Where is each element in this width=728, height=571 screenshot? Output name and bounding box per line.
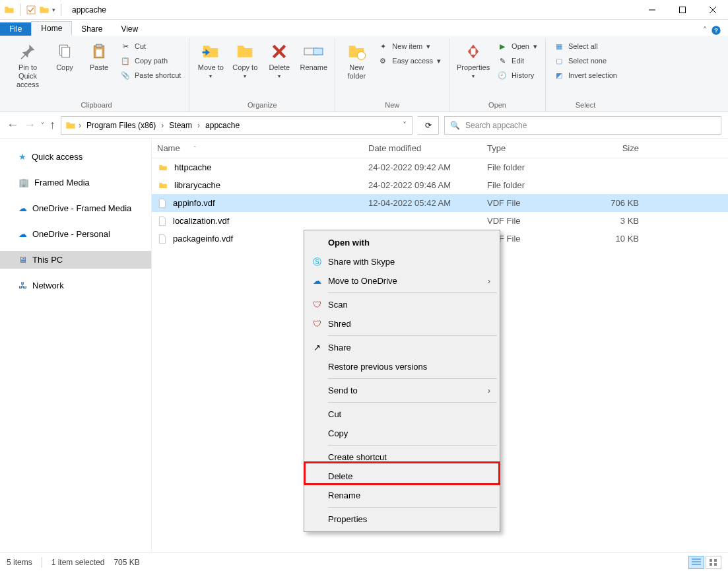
qat-dropdown-icon[interactable]: ▾ (52, 7, 55, 13)
sidebar-this-pc[interactable]: 🖥This PC (0, 251, 151, 269)
ribbon: Pin to Quick access Copy Paste ✂Cut 📋Cop… (0, 36, 728, 112)
breadcrumb-item[interactable]: appcache (203, 119, 242, 131)
tab-view[interactable]: View (112, 22, 147, 36)
paste-shortcut-button[interactable]: 📎Paste shortcut (117, 69, 183, 82)
group-label: Select (576, 99, 596, 112)
ctx-shred[interactable]: 🛡Shred (306, 314, 498, 333)
maximize-button[interactable] (667, 0, 698, 20)
collapse-ribbon-icon[interactable]: ˄ (703, 26, 707, 35)
ctx-rename[interactable]: Rename (306, 486, 498, 505)
chevron-right-icon[interactable]: › (77, 121, 83, 130)
select-none-button[interactable]: ▢Select none (551, 54, 620, 67)
up-button[interactable]: ↑ (50, 118, 55, 132)
status-item-count: 5 items (7, 558, 32, 567)
delete-button[interactable]: Delete▾ (263, 38, 295, 83)
ctx-delete[interactable]: Delete (306, 467, 498, 486)
file-row[interactable]: appinfo.vdf12-04-2022 05:42 AMVDF File70… (152, 194, 728, 212)
close-button[interactable] (698, 0, 728, 20)
properties-button[interactable]: Properties▾ (455, 38, 492, 83)
address-bar[interactable]: › Program Files (x86) › Steam › appcache… (61, 116, 413, 135)
breadcrumb-item[interactable]: Steam (166, 119, 195, 131)
back-button[interactable]: ← (7, 118, 18, 132)
rename-button[interactable]: Rename (298, 38, 329, 75)
refresh-button[interactable]: ⟳ (418, 116, 439, 135)
sidebar-framed-media[interactable]: 🏢Framed Media (0, 174, 151, 191)
ctx-scan[interactable]: 🛡Scan (306, 295, 498, 314)
copy-to-button[interactable]: Copy to▾ (229, 38, 261, 83)
breadcrumb-item[interactable]: Program Files (x86) (84, 119, 158, 131)
svg-rect-12 (471, 48, 476, 54)
shield-icon: 🛡 (311, 300, 323, 310)
new-item-icon: ✦ (378, 41, 388, 51)
tab-file[interactable]: File (0, 22, 31, 36)
copy-button[interactable]: Copy (49, 38, 81, 75)
search-input[interactable]: 🔍 Search appcache (444, 116, 721, 135)
column-date[interactable]: Date modified (368, 143, 487, 153)
shield-icon: 🛡 (311, 319, 323, 329)
file-type: VDF File (487, 216, 586, 226)
icons-view-icon (709, 558, 718, 566)
edit-button[interactable]: ✎Edit (494, 54, 540, 67)
large-icons-view-button[interactable] (706, 556, 721, 569)
open-button[interactable]: ▶Open ▾ (494, 40, 540, 53)
minimize-button[interactable] (637, 0, 667, 20)
history-button[interactable]: 🕘History (494, 69, 540, 82)
sidebar-quick-access[interactable]: ★Quick access (0, 148, 151, 166)
new-folder-button[interactable]: New folder (341, 38, 372, 83)
sidebar-onedrive-framed[interactable]: ☁OneDrive - Framed Media (0, 199, 151, 217)
search-icon: 🔍 (450, 121, 460, 130)
new-folder-icon (347, 42, 366, 61)
status-bar: 5 items 1 item selected 705 KB (0, 553, 728, 571)
tab-home[interactable]: Home (31, 21, 72, 36)
checkbox-icon[interactable] (26, 5, 36, 15)
ctx-move-onedrive[interactable]: ☁Move to OneDrive› (306, 271, 498, 290)
copy-path-button[interactable]: 📋Copy path (117, 54, 183, 67)
details-view-button[interactable] (688, 556, 704, 569)
ctx-properties[interactable]: Properties (306, 510, 498, 529)
ctx-send-to[interactable]: Send to› (306, 381, 498, 400)
select-all-button[interactable]: ▦Select all (551, 40, 620, 53)
cut-button[interactable]: ✂Cut (117, 40, 183, 53)
pin-quick-access-button[interactable]: Pin to Quick access (9, 38, 46, 92)
chevron-right-icon[interactable]: › (196, 121, 201, 130)
ctx-open-with[interactable]: Open with (306, 233, 498, 252)
tab-share[interactable]: Share (72, 22, 112, 36)
move-to-button[interactable]: Move to▾ (195, 38, 226, 83)
svg-rect-0 (27, 6, 35, 14)
column-name[interactable]: Name˄ (157, 143, 368, 153)
column-type[interactable]: Type (487, 143, 586, 153)
paste-button[interactable]: Paste (83, 38, 115, 75)
address-dropdown-icon[interactable]: ˅ (401, 121, 408, 130)
new-item-button[interactable]: ✦New item ▾ (375, 40, 444, 53)
svg-rect-13 (710, 559, 712, 562)
ctx-share-skype[interactable]: ⓈShare with Skype (306, 252, 498, 271)
edit-icon: ✎ (497, 55, 508, 66)
svg-rect-16 (714, 563, 717, 566)
file-row[interactable]: httpcache24-02-2022 09:42 AMFile folder (152, 158, 728, 176)
ctx-copy[interactable]: Copy (306, 424, 498, 443)
folder-icon[interactable] (39, 5, 50, 15)
forward-button[interactable]: → (24, 118, 36, 132)
ctx-create-shortcut[interactable]: Create shortcut (306, 448, 498, 467)
copy-to-icon (235, 42, 255, 61)
file-row[interactable]: librarycache24-02-2022 09:46 AMFile fold… (152, 176, 728, 194)
sort-asc-icon: ˄ (193, 145, 197, 152)
column-size[interactable]: Size (586, 143, 644, 153)
file-name: packageinfo.vdf (173, 234, 233, 244)
easy-access-button[interactable]: ⚙Easy access ▾ (375, 54, 444, 67)
recent-dropdown-icon[interactable]: ˅ (41, 121, 44, 129)
invert-selection-button[interactable]: ◩Invert selection (551, 69, 620, 82)
ctx-restore[interactable]: Restore previous versions (306, 357, 498, 376)
file-size: 3 KB (586, 216, 644, 226)
svg-rect-10 (314, 48, 323, 55)
quick-access-toolbar: ▾ (26, 5, 55, 15)
path-icon: 📋 (120, 55, 131, 66)
file-size: 10 KB (586, 234, 644, 244)
sidebar-network[interactable]: 🖧Network (0, 277, 151, 294)
help-icon[interactable]: ? (711, 25, 721, 36)
sidebar-onedrive-personal[interactable]: ☁OneDrive - Personal (0, 225, 151, 243)
ctx-cut[interactable]: Cut (306, 405, 498, 424)
ctx-share[interactable]: ↗Share (306, 338, 498, 357)
chevron-right-icon[interactable]: › (160, 121, 165, 130)
file-row[interactable]: localization.vdfVDF File3 KB (152, 212, 728, 230)
